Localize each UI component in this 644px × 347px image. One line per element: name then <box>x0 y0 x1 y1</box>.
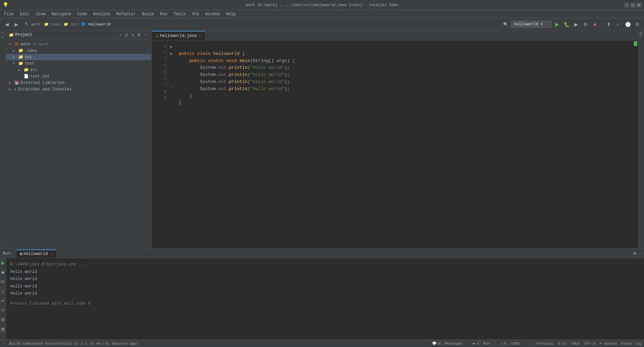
menu-file[interactable]: File <box>1 11 17 17</box>
tree-item-scratches[interactable]: ▶ ✏️ Scratches and Consoles <box>6 86 151 92</box>
menu-edit[interactable]: Edit <box>17 11 33 17</box>
scroll-to-file-button[interactable]: ⊙ <box>123 32 129 38</box>
todo-icon: ☑ <box>500 341 503 346</box>
messages-icon: 💬 <box>432 341 437 346</box>
run-exit-message: Process finished with exit code 0 <box>10 300 640 308</box>
editor-tab-helloworld[interactable]: ☕ helloworld.java ✕ <box>152 31 205 40</box>
project-icon[interactable]: 1 <box>1 32 5 34</box>
tree-item-test[interactable]: ▼ 📁 test <box>6 60 151 67</box>
coverage-button[interactable]: ▶ <box>572 20 580 28</box>
rerun-failed-button[interactable]: ⟳ <box>0 278 7 285</box>
breadcrumb-src[interactable]: 📁 src <box>64 22 77 26</box>
tree-item-external-libs[interactable]: ▶ 📚 External Libraries <box>6 80 151 86</box>
menu-refactor[interactable]: Refactor <box>113 11 138 17</box>
run-tab-close[interactable]: ✕ <box>50 252 52 256</box>
arrow-icon: ▶ <box>13 49 17 53</box>
scroll-down-button[interactable]: ⤵ <box>0 287 7 295</box>
tab-close-button[interactable]: ✕ <box>199 34 201 38</box>
java-file-icon: ☕ <box>156 34 158 38</box>
line-separator[interactable]: CRLF <box>571 342 580 346</box>
run-button[interactable]: ▶ <box>553 20 561 28</box>
menu-vcs[interactable]: VCS <box>189 11 202 17</box>
collapse-all-button[interactable]: ≡ <box>130 32 135 38</box>
database-icon[interactable]: DB <box>639 32 643 36</box>
breadcrumb-test[interactable]: 📁 test <box>44 22 60 26</box>
run-line-marker-2[interactable]: ▶ <box>170 51 172 56</box>
breadcrumb-helloworld[interactable]: 🔵 helloworld <box>81 22 111 26</box>
tree-item-work[interactable]: ▼ 💼 work E:\work <box>6 41 151 47</box>
minimize-button[interactable]: ─ <box>624 3 629 7</box>
event-log[interactable]: Event Log <box>621 342 641 346</box>
history-button[interactable]: 🕐 <box>624 20 632 28</box>
run-status[interactable]: ▶ 4: Run <box>473 341 490 346</box>
run-panel-settings[interactable]: ⚙ <box>633 251 636 256</box>
project-settings-button[interactable]: ⚙ <box>136 32 142 38</box>
status-bar: ✓ Build completed successfully in 2 s 37… <box>0 340 644 347</box>
menu-help[interactable]: Help <box>223 11 238 17</box>
play-icon: ▶ <box>555 21 559 27</box>
rerun-button[interactable]: ▶ <box>0 259 7 266</box>
run-line-marker[interactable]: ▶ <box>170 44 172 49</box>
run-content: ▶ ■ ⟳ ⤵ ↩ ≡ ⚙ 🗑 D:\JAVA\jdk1.8\bin\java.… <box>0 258 644 340</box>
project-tree: ▼ 💼 work E:\work ▶ 📁 .idea ▶ 📁 out ▼ 📁 <box>6 40 151 248</box>
settings-button[interactable]: ⚙ <box>633 20 641 28</box>
project-title-dropdown[interactable]: ▾ <box>120 32 122 38</box>
file-encoding[interactable]: UTF-8 <box>584 342 595 346</box>
project-actions: ⊙ ≡ ⚙ ─ <box>123 32 149 38</box>
menu-build[interactable]: Build <box>139 11 157 17</box>
arrow-icon: ▶ <box>18 68 22 72</box>
todo-status[interactable]: ☑ 6: TODO <box>500 341 520 346</box>
run-panel-minimize[interactable]: ─ <box>639 251 641 256</box>
menu-tools[interactable]: Tools <box>171 11 189 17</box>
menu-window[interactable]: Window <box>202 11 222 17</box>
run-tab-helloworld[interactable]: ▤ helloworld ✕ <box>17 250 56 258</box>
run-configuration[interactable]: helloworld ▾ <box>511 21 552 28</box>
run-status-icon: ▶ <box>473 341 475 346</box>
tree-item-test-iml[interactable]: ▶ 📄 test.iml <box>6 73 151 80</box>
tree-item-idea[interactable]: ▶ 📁 .idea <box>6 47 151 54</box>
code-content[interactable]: public class helloworld { public static … <box>175 41 633 248</box>
run-tab-name: helloworld <box>23 252 48 256</box>
run-panel-tabs: Run: ▤ helloworld ✕ ⚙ ─ <box>0 249 644 258</box>
run-output-line-3: hello world <box>10 283 640 290</box>
debug-button[interactable]: 🐛 <box>562 20 571 28</box>
close-run-button[interactable]: 🗑 <box>0 325 7 333</box>
maximize-button[interactable]: □ <box>630 3 635 7</box>
breadcrumb-work[interactable]: 🔨 work <box>24 22 40 26</box>
stop-run-button[interactable]: ■ <box>0 268 7 276</box>
search-everywhere-button[interactable]: 🔍 <box>501 20 510 28</box>
tree-item-src[interactable]: ▶ 📁 src <box>6 67 151 73</box>
terminal-status[interactable]: ⬛ Terminal <box>530 341 554 346</box>
menu-code[interactable]: Code <box>74 11 90 17</box>
run-output-line-2: hello world <box>10 276 640 283</box>
profile-button[interactable]: ⚙ <box>581 20 589 28</box>
forward-button[interactable]: ▶ <box>12 20 20 28</box>
commit-button[interactable]: ✓ <box>614 20 622 28</box>
menu-bar: File Edit View Navigate Code Analyze Ref… <box>0 10 644 18</box>
menu-navigate[interactable]: Navigate <box>49 11 74 17</box>
close-button[interactable]: ✕ <box>637 3 641 7</box>
build-success-icon: ✓ <box>3 341 5 346</box>
menu-analyze[interactable]: Analyze <box>90 11 113 17</box>
fold-button[interactable]: ⊖ <box>170 85 172 89</box>
stop-button[interactable]: ■ <box>591 20 599 28</box>
menu-view[interactable]: View <box>33 11 48 17</box>
vcs-button[interactable]: ⬆ <box>605 20 613 28</box>
toggle-soft-wrap[interactable]: ↩ <box>0 297 7 304</box>
indent-setting[interactable]: 4 spaces <box>599 342 617 346</box>
run-output[interactable]: D:\JAVA\jdk1.8\bin\java.exe ... hello wo… <box>6 258 644 340</box>
menu-run[interactable]: Run <box>157 11 170 17</box>
tree-item-out[interactable]: ▶ 📁 out <box>6 54 151 60</box>
bug-icon: 🐛 <box>564 22 570 27</box>
validation-bar <box>633 41 638 248</box>
cursor-position[interactable]: 5:12 <box>558 342 567 346</box>
structure-icon[interactable]: 2 <box>1 36 5 38</box>
settings-run-button[interactable]: ⚙ <box>0 316 7 323</box>
editor-tabs: ☕ helloworld.java ✕ <box>152 30 638 41</box>
use-soft-wrap[interactable]: ≡ <box>0 306 7 314</box>
hide-panel-button[interactable]: ─ <box>143 32 149 38</box>
run-output-line-1: hello world <box>10 268 640 276</box>
back-button[interactable]: ◀ <box>3 20 11 28</box>
arrow-icon: ▼ <box>9 42 13 46</box>
messages-status[interactable]: 💬 0: Messages <box>432 341 463 346</box>
